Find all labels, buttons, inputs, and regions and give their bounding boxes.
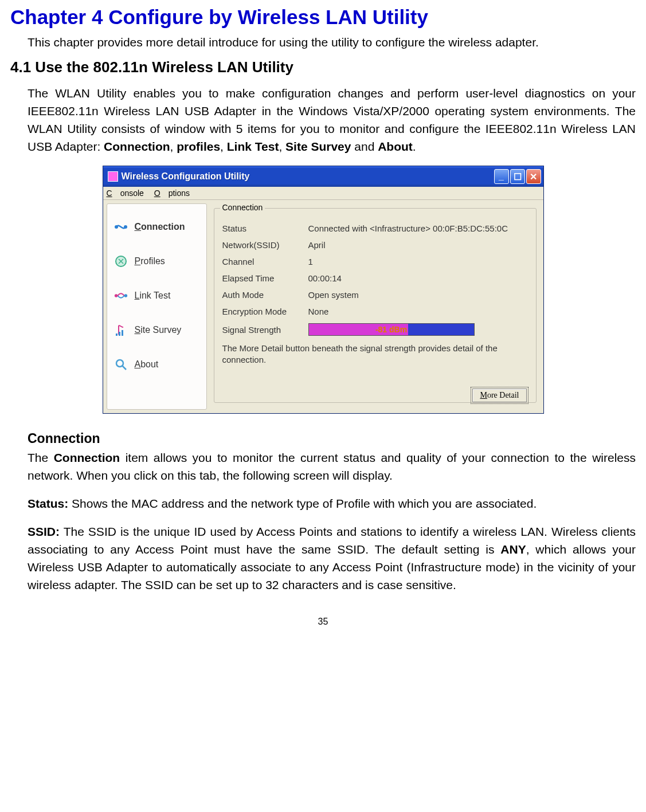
encryption-label: Encryption Mode <box>222 307 308 316</box>
field-row-elapsed: Elapsed Time 00:00:14 <box>222 273 528 283</box>
status-label: Status <box>222 223 308 233</box>
more-detail-button[interactable]: More Detail <box>472 389 526 402</box>
text: The <box>28 451 54 464</box>
u: S <box>135 325 141 335</box>
u: P <box>135 256 141 266</box>
field-row-channel: Channel 1 <box>222 257 528 266</box>
text: Shows the MAC address and the network ty… <box>68 497 537 510</box>
sidebar-item-label: Site Survey <box>135 325 182 335</box>
bold-connection: Connection <box>104 140 170 153</box>
rest: rofiles <box>140 256 165 266</box>
rest: bout <box>140 359 158 369</box>
status-description: Status: Shows the MAC address and the ne… <box>28 495 636 512</box>
ssid-value: April <box>308 240 528 250</box>
svg-line-9 <box>122 366 126 370</box>
svg-point-3 <box>114 294 118 297</box>
svg-rect-5 <box>116 334 118 336</box>
field-row-signal: Signal Strength -81 dBm <box>222 323 528 336</box>
rest: ore Detail <box>487 391 519 399</box>
sidebar-item-about[interactable]: About <box>111 347 203 382</box>
window-buttons: _ ☐ ✕ <box>494 169 541 184</box>
rest: ink Test <box>139 291 170 300</box>
chapter-intro: This chapter provides more detail introd… <box>28 36 636 49</box>
site-survey-icon <box>113 323 129 337</box>
section-paragraph: The WLAN Utility enables you to make con… <box>28 84 636 155</box>
encryption-value: None <box>308 307 528 316</box>
signal-strength-bar: -81 dBm <box>308 323 475 336</box>
connection-groupbox: Connection Status Connected with <Infras… <box>214 208 537 403</box>
bold-any: ANY <box>500 543 526 556</box>
link-test-icon <box>113 289 129 303</box>
status-value: Connected with <Infrastructure> 00:0F:B5… <box>308 223 528 233</box>
window-title: Wireless Configuration Utility <box>122 171 494 182</box>
sidebar-item-label: Connection <box>135 222 185 232</box>
field-row-encryption: Encryption Mode None <box>222 307 528 316</box>
svg-point-1 <box>124 225 127 229</box>
connection-description: The Connection item allows you to monito… <box>28 449 636 484</box>
profiles-icon <box>113 254 129 268</box>
main-panel: Connection Status Connected with <Infras… <box>210 203 540 410</box>
channel-label: Channel <box>222 257 308 266</box>
sep: , <box>170 140 177 153</box>
titlebar[interactable]: Wireless Configuration Utility _ ☐ ✕ <box>103 166 543 187</box>
bold-sitesurvey: Site Survey <box>285 140 351 153</box>
and: and <box>351 140 378 153</box>
u: C <box>135 222 142 232</box>
app-window: Wireless Configuration Utility _ ☐ ✕ Con… <box>103 166 544 414</box>
bold-status: Status: <box>28 497 68 510</box>
client-area: Connection Profiles Link Test <box>103 200 543 413</box>
field-row-status: Status Connected with <Infrastructure> 0… <box>222 223 528 233</box>
bold-linktest: Link Test <box>227 140 279 153</box>
u: M <box>480 391 487 399</box>
about-icon <box>113 358 129 371</box>
signal-value: -81 dBm <box>375 325 407 334</box>
section-title: 4.1 Use the 802.11n Wireless LAN Utility <box>10 58 636 76</box>
menu-console[interactable]: Console <box>107 189 144 198</box>
elapsed-value: 00:00:14 <box>308 273 528 283</box>
menu-options[interactable]: Options <box>154 189 190 198</box>
maximize-button[interactable]: ☐ <box>510 169 525 184</box>
elapsed-label: Elapsed Time <box>222 273 308 283</box>
sep: , <box>220 140 227 153</box>
page-number: 35 <box>10 617 636 627</box>
bold-ssid: SSID: <box>28 525 60 538</box>
sidebar-item-link-test[interactable]: Link Test <box>111 278 203 313</box>
sidebar-item-profiles[interactable]: Profiles <box>111 244 203 278</box>
connection-icon <box>113 220 129 234</box>
sidebar-item-label: About <box>135 359 159 370</box>
app-icon <box>108 171 118 182</box>
signal-label: Signal Strength <box>222 325 308 335</box>
minimize-button[interactable]: _ <box>494 169 509 184</box>
focus-ring: More Detail <box>471 387 528 404</box>
rest: ite Survey <box>140 325 181 335</box>
close-button[interactable]: ✕ <box>526 169 541 184</box>
menubar: Console Options <box>103 187 543 200</box>
channel-value: 1 <box>308 257 528 266</box>
bold-profiles: profiles <box>177 140 220 153</box>
groupbox-title: Connection <box>220 203 265 212</box>
chapter-title: Chapter 4 Configure by Wireless LAN Util… <box>10 6 636 29</box>
bold-connection-2: Connection <box>54 451 120 464</box>
ssid-label: Network(SSID) <box>222 240 308 250</box>
ssid-description: SSID: The SSID is the unique ID used by … <box>28 523 636 594</box>
sidebar-item-connection[interactable]: Connection <box>111 210 203 244</box>
bold-about: About <box>378 140 413 153</box>
sidebar-item-label: Profiles <box>135 256 165 266</box>
period: . <box>413 140 416 153</box>
sep: , <box>279 140 285 153</box>
sidebar: Connection Profiles Link Test <box>107 203 207 410</box>
rest: onnection <box>141 222 185 232</box>
menu-console-u: C <box>107 189 112 198</box>
field-row-ssid: Network(SSID) April <box>222 240 528 250</box>
u: A <box>135 359 141 369</box>
menu-options-u: O <box>154 189 160 198</box>
svg-rect-6 <box>119 332 120 336</box>
auth-label: Auth Mode <box>222 290 308 300</box>
help-text: The More Detail button beneath the signa… <box>222 343 528 366</box>
sidebar-item-label: Link Test <box>135 291 171 301</box>
utility-screenshot: Wireless Configuration Utility _ ☐ ✕ Con… <box>103 166 544 414</box>
subheading-connection: Connection <box>28 431 636 446</box>
svg-point-0 <box>115 225 118 229</box>
auth-value: Open system <box>308 290 528 300</box>
sidebar-item-site-survey[interactable]: Site Survey <box>111 313 203 347</box>
